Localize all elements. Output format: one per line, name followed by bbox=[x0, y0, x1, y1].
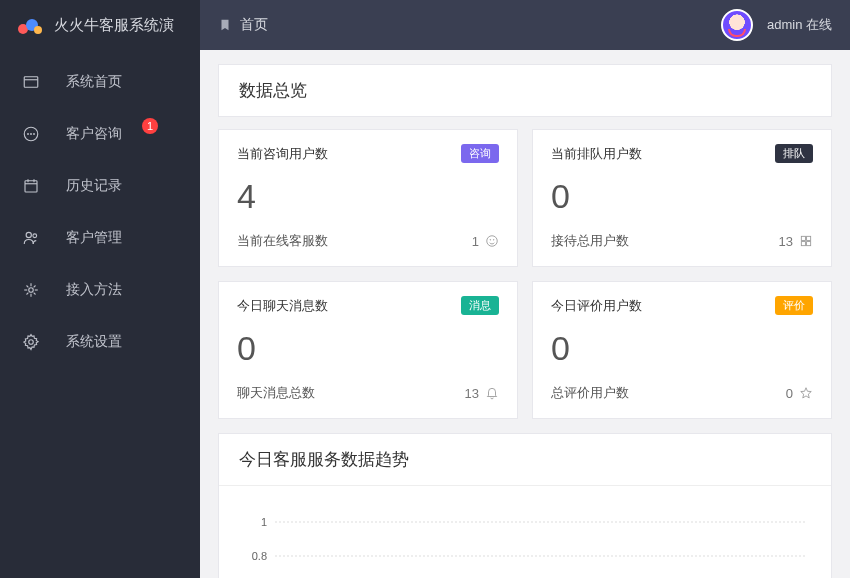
chat-icon bbox=[22, 125, 40, 143]
sidebar-item-home[interactable]: 系统首页 bbox=[0, 56, 200, 108]
user-area[interactable]: admin 在线 bbox=[721, 9, 832, 41]
app-name: 火火牛客服系统演 bbox=[54, 16, 174, 35]
sidebar: 火火牛客服系统演 系统首页 客户咨询 1 历史记录 客户管理 接入方 bbox=[0, 0, 200, 578]
card-sub-value: 13 bbox=[779, 234, 793, 249]
svg-rect-28 bbox=[801, 236, 805, 240]
svg-point-25 bbox=[487, 236, 498, 247]
card-title: 当前咨询用户数 bbox=[237, 145, 328, 163]
card-tag: 消息 bbox=[461, 296, 499, 315]
chart-area: 1 0.8 bbox=[219, 486, 831, 578]
home-icon bbox=[22, 73, 40, 91]
sidebar-item-label: 客户咨询 bbox=[66, 125, 122, 143]
card-value: 0 bbox=[551, 177, 813, 216]
logo-icon bbox=[16, 15, 44, 35]
svg-point-8 bbox=[34, 134, 35, 135]
sidebar-item-label: 系统设置 bbox=[66, 333, 122, 351]
card-title: 今日评价用户数 bbox=[551, 297, 642, 315]
chart-svg: 1 0.8 bbox=[243, 506, 807, 578]
card-sub-label: 总评价用户数 bbox=[551, 384, 629, 402]
svg-point-27 bbox=[493, 240, 494, 241]
sidebar-item-label: 客户管理 bbox=[66, 229, 122, 247]
bell-icon bbox=[485, 386, 499, 400]
card-title: 当前排队用户数 bbox=[551, 145, 642, 163]
user-name: admin 在线 bbox=[767, 16, 832, 34]
sidebar-item-label: 历史记录 bbox=[66, 177, 122, 195]
topbar: 首页 admin 在线 bbox=[200, 0, 850, 50]
users-icon bbox=[22, 229, 40, 247]
history-icon bbox=[22, 177, 40, 195]
face-icon bbox=[485, 234, 499, 248]
nav: 系统首页 客户咨询 1 历史记录 客户管理 接入方法 系统设置 bbox=[0, 50, 200, 368]
breadcrumb-label: 首页 bbox=[240, 16, 268, 34]
svg-line-22 bbox=[27, 293, 29, 295]
svg-point-24 bbox=[29, 340, 34, 345]
card-rating: 今日评价用户数 评价 0 总评价用户数 0 bbox=[532, 281, 832, 419]
card-value: 4 bbox=[237, 177, 499, 216]
sidebar-item-label: 系统首页 bbox=[66, 73, 122, 91]
sidebar-item-settings[interactable]: 系统设置 bbox=[0, 316, 200, 368]
badge: 1 bbox=[142, 118, 158, 134]
svg-point-14 bbox=[33, 234, 37, 238]
chart-title: 今日客服服务数据趋势 bbox=[219, 434, 831, 486]
sidebar-item-consult[interactable]: 客户咨询 1 bbox=[0, 108, 200, 160]
svg-line-20 bbox=[27, 286, 29, 288]
card-tag: 评价 bbox=[775, 296, 813, 315]
plug-icon bbox=[22, 281, 40, 299]
card-queue: 当前排队用户数 排队 0 接待总用户数 13 bbox=[532, 129, 832, 267]
y-tick-label: 1 bbox=[261, 516, 267, 528]
card-messages: 今日聊天消息数 消息 0 聊天消息总数 13 bbox=[218, 281, 518, 419]
y-tick-label: 0.8 bbox=[252, 550, 267, 562]
chart-panel: 今日客服服务数据趋势 1 0.8 bbox=[218, 433, 832, 578]
sidebar-item-customers[interactable]: 客户管理 bbox=[0, 212, 200, 264]
svg-point-7 bbox=[31, 134, 32, 135]
gear-icon bbox=[22, 333, 40, 351]
bookmark-icon bbox=[218, 18, 232, 32]
svg-point-26 bbox=[490, 240, 491, 241]
sidebar-item-label: 接入方法 bbox=[66, 281, 122, 299]
svg-rect-31 bbox=[807, 242, 811, 246]
avatar[interactable] bbox=[721, 9, 753, 41]
card-sub-label: 当前在线客服数 bbox=[237, 232, 328, 250]
overview-panel: 数据总览 当前咨询用户数 咨询 4 当前在线客服数 1 bbox=[218, 64, 832, 433]
card-sub-label: 聊天消息总数 bbox=[237, 384, 315, 402]
overview-title: 数据总览 bbox=[218, 64, 832, 117]
card-tag: 排队 bbox=[775, 144, 813, 163]
breadcrumb[interactable]: 首页 bbox=[218, 16, 268, 34]
sidebar-item-integration[interactable]: 接入方法 bbox=[0, 264, 200, 316]
card-sub-value: 0 bbox=[786, 386, 793, 401]
card-consult: 当前咨询用户数 咨询 4 当前在线客服数 1 bbox=[218, 129, 518, 267]
card-value: 0 bbox=[237, 329, 499, 368]
svg-point-13 bbox=[26, 232, 31, 237]
svg-line-23 bbox=[34, 286, 36, 288]
sidebar-item-history[interactable]: 历史记录 bbox=[0, 160, 200, 212]
card-sub-value: 1 bbox=[472, 234, 479, 249]
svg-rect-30 bbox=[801, 242, 805, 246]
card-title: 今日聊天消息数 bbox=[237, 297, 328, 315]
star-icon bbox=[799, 386, 813, 400]
card-sub-label: 接待总用户数 bbox=[551, 232, 629, 250]
grid-icon bbox=[799, 234, 813, 248]
card-sub-value: 13 bbox=[465, 386, 479, 401]
card-tag: 咨询 bbox=[461, 144, 499, 163]
svg-rect-9 bbox=[25, 181, 37, 192]
svg-point-15 bbox=[29, 288, 34, 293]
svg-point-6 bbox=[28, 134, 29, 135]
svg-point-2 bbox=[34, 26, 42, 34]
svg-rect-29 bbox=[807, 236, 811, 240]
logo: 火火牛客服系统演 bbox=[0, 0, 200, 50]
svg-line-21 bbox=[34, 293, 36, 295]
svg-rect-3 bbox=[24, 77, 38, 88]
card-value: 0 bbox=[551, 329, 813, 368]
